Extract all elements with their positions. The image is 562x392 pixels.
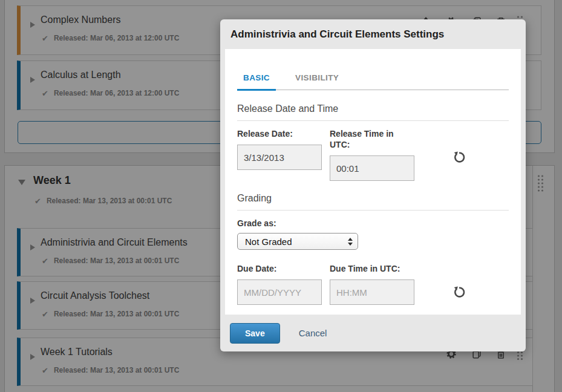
due-time-field: Due Time in UTC: — [330, 263, 414, 305]
reset-due-icon[interactable] — [453, 286, 466, 299]
tab-visibility[interactable]: VISIBILITY — [289, 73, 345, 91]
due-time-label: Due Time in UTC: — [330, 263, 414, 274]
release-date-input[interactable] — [237, 145, 322, 170]
due-fields: Due Date: Due Time in UTC: — [237, 263, 509, 305]
modal-title: Administrivia and Circuit Elements Setti… — [220, 19, 526, 49]
settings-modal: Administrivia and Circuit Elements Setti… — [220, 19, 526, 351]
modal-body: BASIC VISIBILITY Release Date and Time R… — [225, 49, 521, 315]
release-date-label: Release Date: — [237, 128, 322, 139]
release-date-field: Release Date: — [237, 128, 322, 170]
due-time-input[interactable] — [330, 279, 414, 305]
grade-as-label: Grade as: — [237, 218, 509, 229]
release-section-heading: Release Date and Time — [237, 102, 509, 121]
save-button[interactable]: Save — [230, 323, 280, 344]
reset-release-icon[interactable] — [453, 151, 466, 164]
due-date-label: Due Date: — [237, 263, 322, 274]
tab-basic[interactable]: BASIC — [237, 73, 276, 91]
modal-footer: Save Cancel — [220, 315, 526, 351]
cancel-button[interactable]: Cancel — [295, 327, 331, 339]
release-time-field: Release Time in UTC: — [330, 128, 414, 181]
select-arrows-icon — [348, 238, 353, 246]
grade-select[interactable]: Not Graded — [237, 233, 358, 250]
release-fields: Release Date: Release Time in UTC: — [237, 128, 509, 181]
due-date-field: Due Date: — [237, 263, 322, 305]
due-date-input[interactable] — [237, 279, 322, 305]
release-time-label: Release Time in UTC: — [330, 128, 414, 150]
release-time-input[interactable] — [330, 155, 414, 181]
modal-tabs: BASIC VISIBILITY — [237, 73, 509, 90]
grade-select-value: Not Graded — [245, 237, 292, 247]
grading-section-heading: Grading — [237, 192, 509, 211]
